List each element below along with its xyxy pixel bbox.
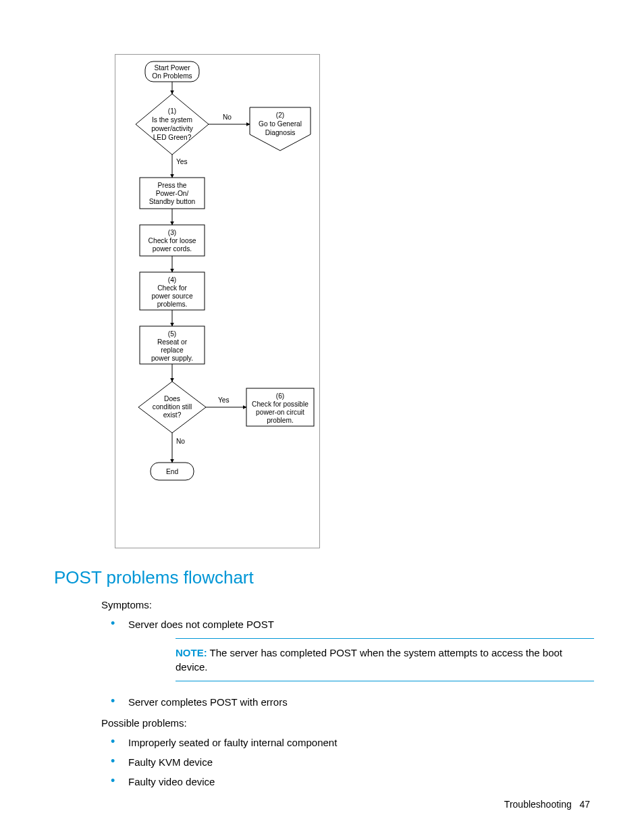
node-proc-4: (4) Check for power source problems.	[140, 272, 205, 310]
svg-text:Check for possible: Check for possible	[252, 400, 308, 408]
svg-text:power/activity: power/activity	[151, 125, 194, 132]
node-proc-5: (5) Reseat or replace power supply.	[140, 326, 205, 364]
svg-text:Standby button: Standby button	[149, 198, 196, 205]
list-item: Server does not complete POST NOTE: The …	[101, 617, 594, 681]
node-proc-3: (3) Check for loose power cords.	[140, 225, 205, 256]
list-item: Faulty video device	[101, 775, 594, 789]
svg-text:power source: power source	[151, 292, 192, 300]
svg-text:power-on circuit: power-on circuit	[256, 409, 304, 416]
node-proc-6: (6) Check for possible power-on circuit …	[246, 388, 314, 426]
note-text: The server has completed POST when the s…	[176, 647, 562, 673]
note-box: NOTE: The server has completed POST when…	[176, 638, 594, 681]
body-content: Symptoms: Server does not complete POST …	[101, 598, 594, 789]
svg-text:exist?: exist?	[163, 411, 182, 419]
node-decision-2: Does condition still exist?	[138, 382, 206, 433]
label-yes-1: Yes	[176, 158, 188, 165]
start-text-2: On Problems	[152, 72, 192, 80]
page-footer: Troubleshooting 47	[504, 799, 590, 810]
svg-text:condition still: condition still	[153, 403, 192, 411]
svg-text:LED Green?: LED Green?	[153, 134, 192, 141]
svg-text:(2): (2)	[276, 111, 284, 119]
svg-text:Does: Does	[164, 395, 180, 402]
svg-text:Is the system: Is the system	[152, 116, 192, 124]
node-decision-1: (1) Is the system power/activity LED Gre…	[136, 94, 209, 155]
svg-text:(5): (5)	[168, 330, 176, 338]
page: Start Power On Problems (1) Is the syste…	[0, 0, 644, 834]
symptoms-list: Server does not complete POST NOTE: The …	[101, 617, 594, 709]
svg-text:Diagnosis: Diagnosis	[265, 129, 296, 136]
svg-text:replace: replace	[161, 346, 184, 354]
list-item: Improperly seated or faulty internal com…	[101, 735, 594, 750]
svg-text:problem.: problem.	[267, 417, 294, 424]
svg-text:Reseat or: Reseat or	[157, 338, 188, 346]
label-no-1: No	[223, 113, 232, 121]
svg-text:(1): (1)	[168, 107, 176, 115]
symptom-1: Server does not complete POST	[128, 619, 274, 630]
note-label: NOTE:	[176, 647, 207, 658]
svg-text:Check for loose: Check for loose	[149, 237, 196, 244]
flowchart-svg: Start Power On Problems (1) Is the syste…	[118, 57, 317, 545]
svg-text:Go to General: Go to General	[259, 120, 302, 128]
list-item: Faulty KVM device	[101, 755, 594, 769]
svg-text:(3): (3)	[168, 229, 176, 236]
svg-text:power cords.: power cords.	[153, 245, 192, 253]
node-offpage-2: (2) Go to General Diagnosis	[250, 107, 311, 151]
svg-text:End: End	[166, 468, 178, 475]
flowchart-figure: Start Power On Problems (1) Is the syste…	[115, 54, 320, 548]
node-press: Press the Power-On/ Standby button	[140, 178, 205, 209]
section-heading: POST problems flowchart	[54, 567, 590, 588]
svg-text:(4): (4)	[168, 276, 176, 284]
node-start: Start Power On Problems	[145, 61, 199, 82]
svg-text:problems.: problems.	[157, 301, 188, 308]
svg-text:Check for: Check for	[157, 284, 187, 292]
svg-text:power supply.: power supply.	[151, 355, 193, 362]
possible-problems-label: Possible problems:	[101, 716, 594, 730]
possible-problems-list: Improperly seated or faulty internal com…	[101, 735, 594, 789]
list-item: Server completes POST with errors	[101, 695, 594, 709]
symptoms-label: Symptoms:	[101, 598, 594, 612]
start-text-1: Start Power	[154, 64, 190, 72]
svg-text:Power-On/: Power-On/	[156, 190, 189, 197]
symptom-2: Server completes POST with errors	[128, 696, 288, 708]
footer-page: 47	[579, 799, 590, 810]
label-yes-2: Yes	[218, 396, 230, 404]
svg-text:(6): (6)	[276, 392, 284, 400]
svg-text:Press the: Press the	[157, 182, 186, 189]
label-no-2: No	[176, 438, 185, 445]
node-end: End	[151, 463, 194, 480]
footer-section: Troubleshooting	[504, 799, 572, 810]
